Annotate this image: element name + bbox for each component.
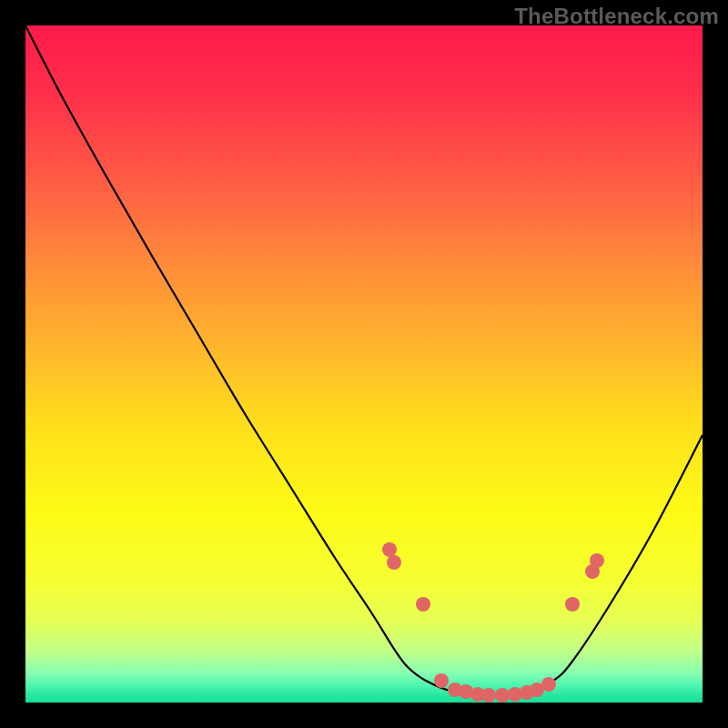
highlight-dot <box>565 597 580 612</box>
watermark-text: TheBottleneck.com <box>514 4 719 29</box>
curve-layer <box>25 25 703 703</box>
highlight-dot <box>416 597 430 612</box>
highlight-dot <box>434 673 449 688</box>
highlight-dot <box>590 553 604 568</box>
plot-area <box>25 25 703 703</box>
highlight-dot <box>387 555 401 570</box>
bottleneck-curve <box>25 25 703 695</box>
highlight-dot <box>541 677 556 692</box>
outer-frame: TheBottleneck.com <box>0 0 728 728</box>
highlight-dot <box>481 688 496 703</box>
